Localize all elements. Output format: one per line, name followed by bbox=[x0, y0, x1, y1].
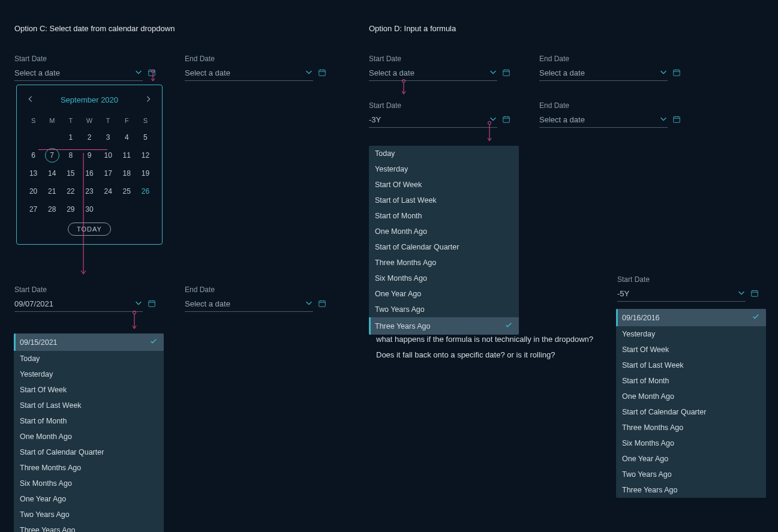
calendar-icon[interactable] bbox=[672, 68, 681, 79]
calendar-day[interactable]: 27 bbox=[24, 202, 43, 217]
calendar-day[interactable]: 7 bbox=[45, 148, 59, 163]
prev-month-button[interactable] bbox=[24, 92, 37, 107]
start-date-select[interactable]: Select a date bbox=[14, 65, 143, 81]
calendar-day[interactable]: 2 bbox=[80, 130, 98, 145]
calendar-icon[interactable] bbox=[750, 289, 759, 299]
calendar-icon[interactable] bbox=[502, 115, 510, 125]
dropdown-item-label: Three Years Ago bbox=[20, 526, 75, 532]
dropdown-item[interactable]: One Year Ago bbox=[369, 286, 519, 302]
calendar-icon[interactable] bbox=[672, 115, 681, 125]
calendar-day[interactable]: 13 bbox=[24, 166, 43, 181]
calendar-day[interactable]: 11 bbox=[118, 148, 136, 163]
calendar-day[interactable]: 14 bbox=[43, 166, 61, 181]
end-date-label: End Date bbox=[185, 285, 326, 294]
dropdown-item[interactable]: Six Months Ago bbox=[616, 435, 766, 451]
calendar-icon[interactable] bbox=[318, 68, 326, 79]
calendar-day[interactable]: 10 bbox=[99, 148, 118, 163]
dropdown-item-label: Three Years Ago bbox=[622, 486, 677, 494]
calendar-day[interactable]: 17 bbox=[99, 166, 118, 181]
start-date-select[interactable]: -5Y bbox=[617, 286, 746, 302]
end-date-label: End Date bbox=[539, 55, 681, 63]
calendar-day[interactable]: 6 bbox=[24, 148, 43, 163]
calendar-day[interactable]: 8 bbox=[61, 148, 80, 163]
start-date-select[interactable]: -3Y bbox=[369, 112, 497, 128]
dropdown-item[interactable]: Two Years Ago bbox=[14, 507, 164, 522]
end-date-field: End Date Select a date bbox=[539, 101, 681, 128]
calendar-day[interactable]: 28 bbox=[43, 202, 61, 217]
dropdown-item[interactable]: One Month Ago bbox=[369, 224, 519, 239]
dropdown-item[interactable]: Today bbox=[14, 351, 164, 366]
dropdown-item[interactable]: Six Months Ago bbox=[369, 270, 519, 286]
calendar-day[interactable]: 29 bbox=[61, 202, 80, 217]
end-date-select[interactable]: Select a date bbox=[185, 296, 313, 312]
dropdown-item[interactable]: Two Years Ago bbox=[616, 467, 766, 482]
calendar-day[interactable]: 21 bbox=[43, 184, 61, 199]
calendar-day[interactable]: 3 bbox=[99, 130, 118, 145]
calendar-icon[interactable] bbox=[318, 299, 326, 309]
formula-dropdown: 09/16/2016YesterdayStart Of WeekStart of… bbox=[616, 309, 766, 498]
dropdown-item[interactable]: Start Of Week bbox=[14, 382, 164, 398]
calendar-day[interactable]: 4 bbox=[118, 130, 136, 145]
dropdown-item[interactable]: One Month Ago bbox=[14, 429, 164, 444]
end-date-select[interactable]: Select a date bbox=[539, 112, 668, 128]
dropdown-item[interactable]: Start Of Week bbox=[616, 342, 766, 357]
dropdown-item[interactable]: Today bbox=[369, 146, 519, 161]
end-date-value: Select a date bbox=[539, 68, 585, 77]
dropdown-item[interactable]: One Year Ago bbox=[616, 451, 766, 467]
svg-rect-1 bbox=[319, 70, 326, 76]
dropdown-item[interactable]: Start Of Week bbox=[369, 177, 519, 193]
dropdown-item[interactable]: Start of Month bbox=[616, 373, 766, 389]
dropdown-item-label: Start of Month bbox=[622, 377, 669, 385]
dropdown-item[interactable]: One Year Ago bbox=[14, 491, 164, 507]
start-date-label: Start Date bbox=[617, 275, 759, 284]
today-button[interactable]: TODAY bbox=[68, 223, 111, 236]
dropdown-item[interactable]: Start of Month bbox=[369, 208, 519, 224]
start-date-select[interactable]: 09/07/2021 bbox=[14, 296, 143, 312]
dropdown-item-label: Today bbox=[375, 149, 395, 158]
dropdown-item[interactable]: Three Months Ago bbox=[616, 420, 766, 435]
dropdown-item[interactable]: 09/15/2021 bbox=[14, 333, 164, 351]
start-date-select[interactable]: Select a date bbox=[369, 65, 497, 81]
calendar-day[interactable]: 26 bbox=[136, 184, 155, 199]
dropdown-item[interactable]: Yesterday bbox=[14, 366, 164, 382]
calendar-day[interactable]: 19 bbox=[136, 166, 155, 181]
dropdown-item[interactable]: Start of Month bbox=[14, 413, 164, 429]
dropdown-item[interactable]: Three Years Ago bbox=[616, 482, 766, 498]
dropdown-item[interactable]: Start of Calendar Quarter bbox=[369, 239, 519, 255]
option-c-row1: Start Date Select a date End Date Select… bbox=[14, 55, 350, 81]
dropdown-item[interactable]: Start of Last Week bbox=[616, 357, 766, 373]
arrow-icon bbox=[79, 153, 88, 279]
dropdown-item-label: Three Months Ago bbox=[375, 259, 436, 267]
calendar-day[interactable]: 12 bbox=[136, 148, 155, 163]
dropdown-item[interactable]: Start of Calendar Quarter bbox=[14, 444, 164, 460]
dropdown-item[interactable]: Three Months Ago bbox=[14, 460, 164, 476]
dropdown-item[interactable]: Start of Last Week bbox=[14, 398, 164, 413]
end-date-select[interactable]: Select a date bbox=[185, 65, 313, 81]
dropdown-item[interactable]: Three Years Ago bbox=[369, 317, 519, 335]
dropdown-item-label: Yesterday bbox=[375, 165, 408, 173]
svg-rect-12 bbox=[752, 290, 758, 296]
dropdown-item-label: Yesterday bbox=[20, 370, 53, 378]
calendar-day[interactable]: 24 bbox=[99, 184, 118, 199]
next-month-button[interactable] bbox=[142, 92, 155, 107]
dropdown-item[interactable]: Yesterday bbox=[616, 326, 766, 342]
dropdown-item[interactable]: Three Years Ago bbox=[14, 522, 164, 532]
calendar-day[interactable]: 5 bbox=[136, 130, 155, 145]
dropdown-item[interactable]: Start of Last Week bbox=[369, 193, 519, 208]
end-date-select[interactable]: Select a date bbox=[539, 65, 668, 81]
calendar-day[interactable]: 1 bbox=[61, 130, 80, 145]
dropdown-item[interactable]: One Month Ago bbox=[616, 389, 766, 404]
calendar-day[interactable]: 15 bbox=[61, 166, 80, 181]
dropdown-item[interactable]: Start of Calendar Quarter bbox=[616, 404, 766, 420]
dropdown-item[interactable]: Two Years Ago bbox=[369, 302, 519, 317]
calendar-day[interactable]: 25 bbox=[118, 184, 136, 199]
calendar-day[interactable]: 18 bbox=[118, 166, 136, 181]
dropdown-item[interactable]: Three Months Ago bbox=[369, 255, 519, 270]
dropdown-item[interactable]: Yesterday bbox=[369, 161, 519, 177]
calendar-day[interactable]: 20 bbox=[24, 184, 43, 199]
dropdown-item[interactable]: Six Months Ago bbox=[14, 476, 164, 491]
calendar-day[interactable]: 22 bbox=[61, 184, 80, 199]
calendar-icon[interactable] bbox=[502, 68, 510, 79]
calendar-icon[interactable] bbox=[148, 299, 156, 309]
dropdown-item[interactable]: 09/16/2016 bbox=[616, 309, 766, 326]
